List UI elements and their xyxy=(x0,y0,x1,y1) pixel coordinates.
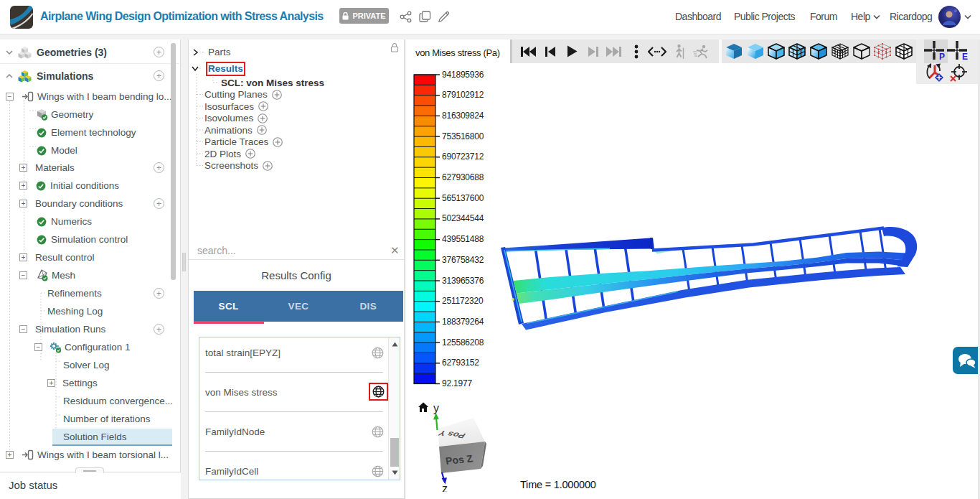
svg-text:z: z xyxy=(442,482,448,492)
svg-text:P: P xyxy=(939,52,945,62)
svg-text:E: E xyxy=(962,52,968,62)
svg-text:y: y xyxy=(433,402,439,414)
